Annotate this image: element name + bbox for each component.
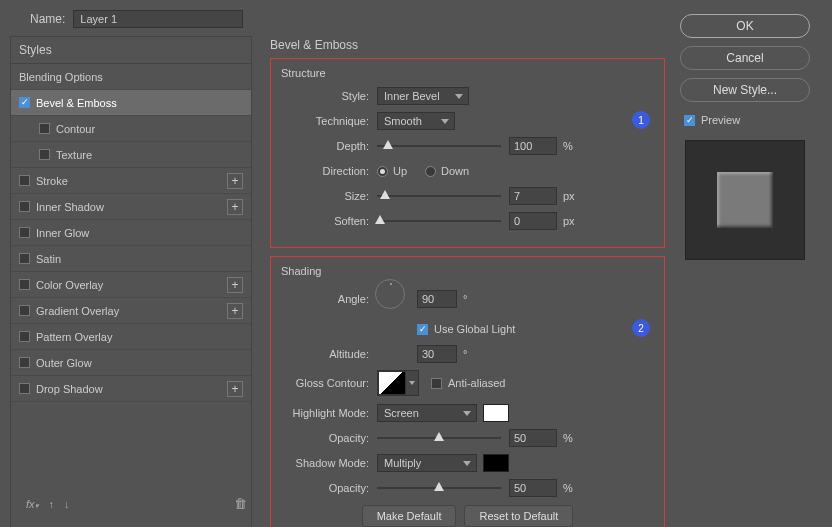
sh-opacity-input[interactable] xyxy=(509,479,557,497)
depth-slider[interactable] xyxy=(377,139,501,153)
label: Stroke xyxy=(36,175,68,187)
annotation-2: 2 xyxy=(632,319,650,337)
highlight-color-swatch[interactable] xyxy=(483,404,509,422)
antialiased-checkbox[interactable] xyxy=(431,378,442,389)
gloss-contour-picker[interactable] xyxy=(377,370,419,396)
depth-input[interactable] xyxy=(509,137,557,155)
blending-options[interactable]: Blending Options xyxy=(11,64,251,90)
depth-label: Depth: xyxy=(281,140,369,152)
style-select[interactable]: Inner Bevel xyxy=(377,87,469,105)
color-overlay[interactable]: Color Overlay+ xyxy=(11,272,251,298)
label: Outer Glow xyxy=(36,357,92,369)
satin[interactable]: Satin xyxy=(11,246,251,272)
shading-group: Shading 2 Angle: ° Use Global Light Alti… xyxy=(270,256,665,527)
contour[interactable]: Contour xyxy=(11,116,251,142)
make-default-button[interactable]: Make Default xyxy=(362,505,457,527)
soften-input[interactable] xyxy=(509,212,557,230)
label: Gradient Overlay xyxy=(36,305,119,317)
altitude-input[interactable] xyxy=(417,345,457,363)
preview-checkbox[interactable] xyxy=(684,115,695,126)
checkbox-icon[interactable] xyxy=(19,201,30,212)
checkbox-icon[interactable] xyxy=(19,305,30,316)
pattern-overlay[interactable]: Pattern Overlay xyxy=(11,324,251,350)
label: Inner Glow xyxy=(36,227,89,239)
annotation-1: 1 xyxy=(632,111,650,129)
soften-slider[interactable] xyxy=(377,214,501,228)
plus-icon[interactable]: + xyxy=(227,381,243,397)
stroke[interactable]: Stroke+ xyxy=(11,168,251,194)
label: Color Overlay xyxy=(36,279,103,291)
gloss-label: Gloss Contour: xyxy=(281,377,369,389)
label: Satin xyxy=(36,253,61,265)
plus-icon[interactable]: + xyxy=(227,199,243,215)
soften-label: Soften: xyxy=(281,215,369,227)
opacity-label: Opacity: xyxy=(281,482,369,494)
antialiased-label: Anti-aliased xyxy=(448,377,505,389)
drop-shadow[interactable]: Drop Shadow+ xyxy=(11,376,251,402)
checkbox-icon[interactable] xyxy=(39,149,50,160)
style-label: Style: xyxy=(281,90,369,102)
unit: % xyxy=(563,482,573,494)
styles-panel: Styles Blending Options Bevel & Emboss C… xyxy=(10,36,252,527)
angle-label: Angle: xyxy=(281,293,369,305)
shadow-mode-select[interactable]: Multiply xyxy=(377,454,477,472)
texture[interactable]: Texture xyxy=(11,142,251,168)
right-panel: OK Cancel New Style... Preview xyxy=(676,14,814,260)
radio-down[interactable] xyxy=(425,166,436,177)
checkbox-icon[interactable] xyxy=(19,97,30,108)
hl-opacity-input[interactable] xyxy=(509,429,557,447)
radio-up[interactable] xyxy=(377,166,388,177)
checkbox-icon[interactable] xyxy=(19,279,30,290)
technique-label: Technique: xyxy=(281,115,369,127)
angle-wheel[interactable] xyxy=(375,279,405,309)
preview-label: Preview xyxy=(701,114,740,126)
styles-header: Styles xyxy=(11,37,251,64)
panel-title: Bevel & Emboss xyxy=(270,36,665,58)
plus-icon[interactable]: + xyxy=(227,277,243,293)
angle-input[interactable] xyxy=(417,290,457,308)
size-label: Size: xyxy=(281,190,369,202)
shadow-mode-label: Shadow Mode: xyxy=(281,457,369,469)
move-up-icon[interactable]: ↑ xyxy=(49,498,55,510)
ok-button[interactable]: OK xyxy=(680,14,810,38)
plus-icon[interactable]: + xyxy=(227,303,243,319)
fx-icon[interactable]: fx▾ xyxy=(26,498,39,510)
highlight-mode-select[interactable]: Screen xyxy=(377,404,477,422)
unit: % xyxy=(563,140,573,152)
label: Inner Shadow xyxy=(36,201,104,213)
checkbox-icon[interactable] xyxy=(39,123,50,134)
checkbox-icon[interactable] xyxy=(19,331,30,342)
bevel-emboss[interactable]: Bevel & Emboss xyxy=(11,90,251,116)
hl-opacity-slider[interactable] xyxy=(377,431,501,445)
inner-glow[interactable]: Inner Glow xyxy=(11,220,251,246)
checkbox-icon[interactable] xyxy=(19,253,30,264)
trash-icon[interactable]: 🗑 xyxy=(234,496,247,511)
checkbox-icon[interactable] xyxy=(19,175,30,186)
technique-select[interactable]: Smooth xyxy=(377,112,455,130)
shadow-color-swatch[interactable] xyxy=(483,454,509,472)
label: Bevel & Emboss xyxy=(36,97,117,109)
checkbox-icon[interactable] xyxy=(19,227,30,238)
structure-head: Structure xyxy=(281,67,654,79)
name-label: Name: xyxy=(30,12,65,26)
reset-default-button[interactable]: Reset to Default xyxy=(464,505,573,527)
size-slider[interactable] xyxy=(377,189,501,203)
global-light-checkbox[interactable] xyxy=(417,324,428,335)
sh-opacity-slider[interactable] xyxy=(377,481,501,495)
checkbox-icon[interactable] xyxy=(19,357,30,368)
up-label: Up xyxy=(393,165,407,177)
outer-glow[interactable]: Outer Glow xyxy=(11,350,251,376)
down-label: Down xyxy=(441,165,469,177)
name-input[interactable] xyxy=(73,10,243,28)
cancel-button[interactable]: Cancel xyxy=(680,46,810,70)
settings-panel: Bevel & Emboss Structure 1 Style:Inner B… xyxy=(270,36,665,527)
unit: ° xyxy=(463,348,467,360)
plus-icon[interactable]: + xyxy=(227,173,243,189)
gradient-overlay[interactable]: Gradient Overlay+ xyxy=(11,298,251,324)
label: Contour xyxy=(56,123,95,135)
move-down-icon[interactable]: ↓ xyxy=(64,498,70,510)
new-style-button[interactable]: New Style... xyxy=(680,78,810,102)
inner-shadow[interactable]: Inner Shadow+ xyxy=(11,194,251,220)
size-input[interactable] xyxy=(509,187,557,205)
checkbox-icon[interactable] xyxy=(19,383,30,394)
